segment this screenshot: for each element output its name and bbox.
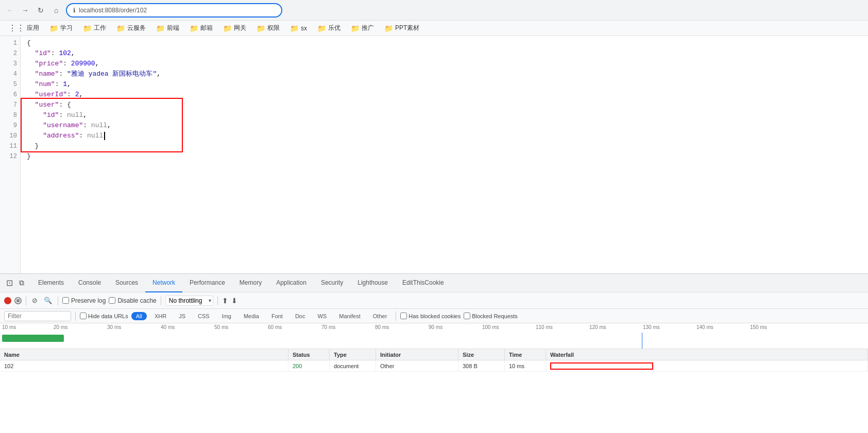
filter-type-js[interactable]: JS	[174, 312, 190, 320]
bookmark-cloud[interactable]: 📁 云服务	[112, 23, 150, 33]
filter-type-ws[interactable]: WS	[313, 312, 331, 320]
throttle-select[interactable]: No throttling Fast 3G Slow 3G Offline	[165, 296, 213, 306]
has-blocked-cookies-label[interactable]: Has blocked cookies	[400, 313, 461, 319]
table-row[interactable]: 102 200 document Other 308 B 10 ms	[0, 360, 868, 372]
search-icon[interactable]: 🔍	[42, 296, 54, 305]
tab-application[interactable]: Application	[269, 274, 314, 292]
bookmark-sx[interactable]: 📁 sx	[286, 23, 311, 33]
tl-50ms: 50 ms	[214, 324, 268, 333]
filter-bar: Hide data URLs All XHR JS CSS Img Media …	[0, 309, 868, 323]
filter-type-all[interactable]: All	[131, 312, 147, 320]
folder-icon: 📁	[317, 24, 326, 32]
tl-100ms: 100 ms	[482, 324, 536, 333]
tab-memory[interactable]: Memory	[232, 274, 269, 292]
bookmark-label: 权限	[267, 24, 280, 32]
divider	[396, 311, 396, 321]
disable-cache-checkbox[interactable]	[109, 297, 115, 304]
blocked-requests-text: Blocked Requests	[472, 313, 518, 319]
filter-type-manifest[interactable]: Manifest	[334, 312, 365, 320]
line-numbers: 1 2 3 4 5 6 7 8 9 10 11 12	[0, 36, 21, 273]
folder-icon: 📁	[351, 24, 360, 32]
devtools-dock-button[interactable]: ⊡	[4, 278, 14, 288]
bookmark-label: 云服务	[127, 24, 146, 32]
bookmark-label: 工作	[94, 24, 106, 32]
th-size[interactable]: Size	[458, 349, 505, 360]
th-waterfall[interactable]: Waterfall	[546, 349, 868, 360]
tab-sources[interactable]: Sources	[108, 274, 145, 292]
td-time: 10 ms	[505, 360, 546, 371]
code-area: 1 2 3 4 5 6 7 8 9 10 11 12 { "id": 102, …	[0, 36, 868, 273]
filter-type-xhr[interactable]: XHR	[150, 312, 171, 320]
preserve-log-label[interactable]: Preserve log	[62, 297, 106, 304]
tab-console[interactable]: Console	[71, 274, 108, 292]
network-table[interactable]: Name Status Type Initiator Size Time Wat…	[0, 349, 868, 433]
home-button[interactable]: ⌂	[50, 5, 62, 16]
tab-performance[interactable]: Performance	[182, 274, 232, 292]
bookmark-promote[interactable]: 📁 推广	[347, 23, 378, 33]
bookmark-label: 网关	[234, 24, 246, 32]
tab-editthiscookie[interactable]: EditThisCookie	[395, 274, 451, 292]
code-line-6: "userId": 2,	[27, 90, 862, 100]
filter-icon[interactable]: ⊘	[30, 296, 39, 305]
th-type[interactable]: Type	[330, 349, 376, 360]
table-header: Name Status Type Initiator Size Time Wat…	[0, 349, 868, 360]
tab-network[interactable]: Network	[145, 274, 182, 292]
devtools-undock-button[interactable]: ⧉	[16, 278, 27, 288]
filter-type-css[interactable]: CSS	[193, 312, 214, 320]
forward-button[interactable]: →	[20, 5, 31, 16]
has-blocked-cookies-text: Has blocked cookies	[409, 313, 461, 319]
tab-lighthouse[interactable]: Lighthouse	[350, 274, 395, 292]
folder-icon: 📁	[290, 24, 299, 32]
bookmark-label: 前端	[167, 24, 179, 32]
address-bar[interactable]: ℹ localhost:8088/order/102	[66, 3, 282, 18]
folder-icon: 📁	[223, 24, 232, 32]
bookmark-leyou[interactable]: 📁 乐优	[313, 23, 345, 33]
blocked-requests-label[interactable]: Blocked Requests	[464, 313, 518, 319]
filter-type-doc[interactable]: Doc	[291, 312, 310, 320]
bookmark-mail[interactable]: 📁 邮箱	[185, 23, 217, 33]
code-line-5: "num": 1,	[27, 79, 862, 90]
hide-data-urls-label[interactable]: Hide data URLs	[80, 313, 128, 319]
th-initiator[interactable]: Initiator	[376, 349, 458, 360]
clear-button[interactable]	[14, 297, 22, 304]
bookmark-gateway[interactable]: 📁 网关	[219, 23, 250, 33]
back-button[interactable]: ←	[4, 5, 15, 16]
bookmarks-bar: ⋮⋮ 应用 📁 学习 📁 工作 📁 云服务 📁 前端 📁 邮箱 📁 网关 📁 权…	[0, 21, 868, 36]
folder-icon: 📁	[83, 24, 92, 32]
bookmark-label: PPT素材	[395, 24, 419, 32]
tab-elements[interactable]: Elements	[31, 274, 71, 292]
tab-security[interactable]: Security	[314, 274, 350, 292]
download-icon[interactable]: ⬇	[231, 297, 237, 305]
filter-type-media[interactable]: Media	[239, 312, 264, 320]
apps-shortcut[interactable]: ⋮⋮ 应用	[4, 22, 43, 34]
apps-label: 应用	[27, 24, 39, 32]
bookmark-learn[interactable]: 📁 学习	[45, 23, 77, 33]
divider	[58, 296, 58, 305]
filter-type-img[interactable]: Img	[217, 312, 236, 320]
bookmark-ppt[interactable]: 📁 PPT素材	[380, 23, 423, 33]
waterfall-bar	[550, 362, 653, 370]
network-request-bar	[2, 335, 64, 342]
record-button[interactable]	[4, 297, 11, 304]
preserve-log-checkbox[interactable]	[62, 297, 69, 304]
filter-input[interactable]	[4, 311, 71, 321]
upload-icon[interactable]: ⬆	[222, 297, 228, 305]
tl-60ms: 60 ms	[268, 324, 321, 333]
filter-type-font[interactable]: Font	[267, 312, 287, 320]
hide-data-urls-checkbox[interactable]	[80, 313, 87, 319]
reload-button[interactable]: ↻	[35, 5, 46, 16]
th-name[interactable]: Name	[0, 349, 288, 360]
filter-type-other[interactable]: Other	[368, 312, 392, 320]
th-time[interactable]: Time	[505, 349, 546, 360]
bookmark-frontend[interactable]: 📁 前端	[152, 23, 183, 33]
divider	[26, 296, 26, 305]
blocked-requests-checkbox[interactable]	[464, 313, 470, 319]
th-status[interactable]: Status	[288, 349, 330, 360]
folder-icon: 📁	[257, 24, 265, 32]
bookmark-auth[interactable]: 📁 权限	[252, 23, 284, 33]
tl-10ms: 10 ms	[0, 324, 54, 333]
has-blocked-cookies-checkbox[interactable]	[400, 313, 407, 319]
disable-cache-label[interactable]: Disable cache	[109, 297, 156, 304]
code-line-11: }	[27, 141, 862, 151]
bookmark-work[interactable]: 📁 工作	[79, 23, 110, 33]
